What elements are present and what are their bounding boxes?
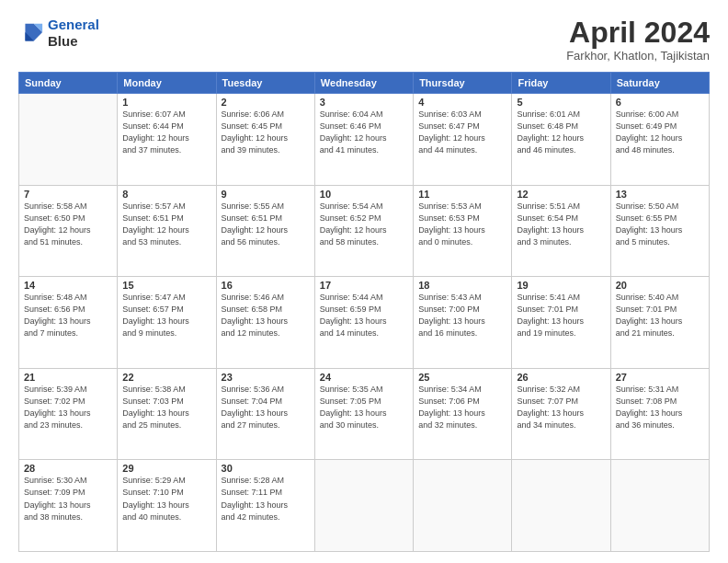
calendar-cell bbox=[314, 460, 413, 552]
day-number: 16 bbox=[222, 280, 310, 291]
calendar-cell: 28Sunrise: 5:30 AM Sunset: 7:09 PM Dayli… bbox=[19, 460, 118, 552]
day-info: Sunrise: 5:44 AM Sunset: 6:59 PM Dayligh… bbox=[320, 292, 408, 339]
calendar-cell: 19Sunrise: 5:41 AM Sunset: 7:01 PM Dayli… bbox=[512, 277, 610, 369]
calendar-cell: 29Sunrise: 5:29 AM Sunset: 7:10 PM Dayli… bbox=[118, 460, 216, 552]
day-number: 6 bbox=[616, 97, 704, 108]
week-row-1: 1Sunrise: 6:07 AM Sunset: 6:44 PM Daylig… bbox=[19, 94, 710, 186]
day-info: Sunrise: 6:07 AM Sunset: 6:44 PM Dayligh… bbox=[122, 109, 210, 156]
day-info: Sunrise: 5:31 AM Sunset: 7:08 PM Dayligh… bbox=[616, 384, 704, 431]
day-number: 7 bbox=[24, 189, 112, 200]
weekday-header-wednesday: Wednesday bbox=[314, 73, 413, 94]
logo-text: General Blue bbox=[48, 17, 99, 50]
title-block: April 2024 Farkhor, Khatlon, Tajikistan bbox=[566, 17, 710, 63]
month-title: April 2024 bbox=[566, 17, 710, 49]
day-info: Sunrise: 5:39 AM Sunset: 7:02 PM Dayligh… bbox=[24, 384, 112, 431]
calendar-table: SundayMondayTuesdayWednesdayThursdayFrid… bbox=[18, 72, 710, 552]
day-number: 1 bbox=[122, 97, 210, 108]
day-info: Sunrise: 5:51 AM Sunset: 6:54 PM Dayligh… bbox=[517, 201, 605, 248]
weekday-header-thursday: Thursday bbox=[414, 73, 512, 94]
calendar-cell: 10Sunrise: 5:54 AM Sunset: 6:52 PM Dayli… bbox=[314, 185, 413, 277]
calendar-cell: 9Sunrise: 5:55 AM Sunset: 6:51 PM Daylig… bbox=[216, 185, 314, 277]
calendar-cell: 25Sunrise: 5:34 AM Sunset: 7:06 PM Dayli… bbox=[414, 368, 512, 460]
logo-icon bbox=[18, 20, 44, 46]
day-number: 29 bbox=[122, 463, 210, 474]
day-number: 18 bbox=[418, 280, 506, 291]
day-info: Sunrise: 5:48 AM Sunset: 6:56 PM Dayligh… bbox=[24, 292, 112, 339]
week-row-4: 21Sunrise: 5:39 AM Sunset: 7:02 PM Dayli… bbox=[19, 368, 710, 460]
day-number: 8 bbox=[122, 189, 210, 200]
calendar-cell: 26Sunrise: 5:32 AM Sunset: 7:07 PM Dayli… bbox=[512, 368, 610, 460]
calendar-cell: 23Sunrise: 5:36 AM Sunset: 7:04 PM Dayli… bbox=[216, 368, 314, 460]
logo-line1: General bbox=[48, 17, 99, 32]
weekday-header-row: SundayMondayTuesdayWednesdayThursdayFrid… bbox=[19, 73, 710, 94]
day-number: 2 bbox=[222, 97, 310, 108]
day-number: 30 bbox=[222, 463, 310, 474]
calendar-cell: 6Sunrise: 6:00 AM Sunset: 6:49 PM Daylig… bbox=[610, 94, 709, 186]
calendar-cell: 2Sunrise: 6:06 AM Sunset: 6:45 PM Daylig… bbox=[216, 94, 314, 186]
calendar-cell: 22Sunrise: 5:38 AM Sunset: 7:03 PM Dayli… bbox=[118, 368, 216, 460]
week-row-3: 14Sunrise: 5:48 AM Sunset: 6:56 PM Dayli… bbox=[19, 277, 710, 369]
calendar-cell: 11Sunrise: 5:53 AM Sunset: 6:53 PM Dayli… bbox=[414, 185, 512, 277]
day-info: Sunrise: 5:43 AM Sunset: 7:00 PM Dayligh… bbox=[418, 292, 506, 339]
day-number: 13 bbox=[616, 189, 704, 200]
calendar-cell bbox=[610, 460, 709, 552]
weekday-header-tuesday: Tuesday bbox=[216, 73, 314, 94]
weekday-header-sunday: Sunday bbox=[19, 73, 118, 94]
calendar-cell bbox=[19, 94, 118, 186]
calendar-cell: 27Sunrise: 5:31 AM Sunset: 7:08 PM Dayli… bbox=[610, 368, 709, 460]
day-info: Sunrise: 6:01 AM Sunset: 6:48 PM Dayligh… bbox=[517, 109, 605, 156]
location-subtitle: Farkhor, Khatlon, Tajikistan bbox=[566, 49, 710, 63]
day-info: Sunrise: 5:32 AM Sunset: 7:07 PM Dayligh… bbox=[517, 384, 605, 431]
day-number: 15 bbox=[122, 280, 210, 291]
day-info: Sunrise: 5:29 AM Sunset: 7:10 PM Dayligh… bbox=[122, 475, 210, 523]
calendar-cell: 24Sunrise: 5:35 AM Sunset: 7:05 PM Dayli… bbox=[314, 368, 413, 460]
calendar-cell: 18Sunrise: 5:43 AM Sunset: 7:00 PM Dayli… bbox=[414, 277, 512, 369]
logo-line2: Blue bbox=[48, 33, 99, 50]
page: General Blue April 2024 Farkhor, Khatlon… bbox=[0, 0, 728, 563]
day-number: 11 bbox=[418, 189, 506, 200]
day-number: 5 bbox=[517, 97, 605, 108]
day-info: Sunrise: 5:36 AM Sunset: 7:04 PM Dayligh… bbox=[222, 384, 310, 431]
calendar-cell bbox=[414, 460, 512, 552]
header: General Blue April 2024 Farkhor, Khatlon… bbox=[18, 17, 710, 63]
day-number: 9 bbox=[222, 189, 310, 200]
calendar-cell: 30Sunrise: 5:28 AM Sunset: 7:11 PM Dayli… bbox=[216, 460, 314, 552]
weekday-header-saturday: Saturday bbox=[610, 73, 709, 94]
day-info: Sunrise: 5:58 AM Sunset: 6:50 PM Dayligh… bbox=[24, 201, 112, 248]
day-number: 20 bbox=[616, 280, 704, 291]
day-number: 27 bbox=[616, 372, 704, 383]
calendar-cell: 5Sunrise: 6:01 AM Sunset: 6:48 PM Daylig… bbox=[512, 94, 610, 186]
logo: General Blue bbox=[18, 17, 99, 50]
day-info: Sunrise: 6:06 AM Sunset: 6:45 PM Dayligh… bbox=[222, 109, 310, 156]
day-number: 10 bbox=[320, 189, 408, 200]
day-number: 23 bbox=[222, 372, 310, 383]
day-info: Sunrise: 5:55 AM Sunset: 6:51 PM Dayligh… bbox=[222, 201, 310, 248]
day-info: Sunrise: 5:30 AM Sunset: 7:09 PM Dayligh… bbox=[24, 475, 112, 523]
calendar-cell: 13Sunrise: 5:50 AM Sunset: 6:55 PM Dayli… bbox=[610, 185, 709, 277]
day-info: Sunrise: 6:04 AM Sunset: 6:46 PM Dayligh… bbox=[320, 109, 408, 156]
week-row-5: 28Sunrise: 5:30 AM Sunset: 7:09 PM Dayli… bbox=[19, 460, 710, 552]
calendar-cell: 3Sunrise: 6:04 AM Sunset: 6:46 PM Daylig… bbox=[314, 94, 413, 186]
calendar-cell: 21Sunrise: 5:39 AM Sunset: 7:02 PM Dayli… bbox=[19, 368, 118, 460]
day-info: Sunrise: 5:35 AM Sunset: 7:05 PM Dayligh… bbox=[320, 384, 408, 431]
day-info: Sunrise: 5:57 AM Sunset: 6:51 PM Dayligh… bbox=[122, 201, 210, 248]
day-number: 26 bbox=[517, 372, 605, 383]
calendar-cell bbox=[512, 460, 610, 552]
calendar-cell: 8Sunrise: 5:57 AM Sunset: 6:51 PM Daylig… bbox=[118, 185, 216, 277]
day-info: Sunrise: 5:53 AM Sunset: 6:53 PM Dayligh… bbox=[418, 201, 506, 248]
day-info: Sunrise: 6:00 AM Sunset: 6:49 PM Dayligh… bbox=[616, 109, 704, 156]
day-number: 24 bbox=[320, 372, 408, 383]
day-number: 22 bbox=[122, 372, 210, 383]
day-info: Sunrise: 5:54 AM Sunset: 6:52 PM Dayligh… bbox=[320, 201, 408, 248]
day-number: 17 bbox=[320, 280, 408, 291]
day-info: Sunrise: 5:50 AM Sunset: 6:55 PM Dayligh… bbox=[616, 201, 704, 248]
day-info: Sunrise: 5:38 AM Sunset: 7:03 PM Dayligh… bbox=[122, 384, 210, 431]
weekday-header-monday: Monday bbox=[118, 73, 216, 94]
day-number: 3 bbox=[320, 97, 408, 108]
day-number: 28 bbox=[24, 463, 112, 474]
calendar-cell: 20Sunrise: 5:40 AM Sunset: 7:01 PM Dayli… bbox=[610, 277, 709, 369]
week-row-2: 7Sunrise: 5:58 AM Sunset: 6:50 PM Daylig… bbox=[19, 185, 710, 277]
calendar-cell: 12Sunrise: 5:51 AM Sunset: 6:54 PM Dayli… bbox=[512, 185, 610, 277]
calendar-cell: 7Sunrise: 5:58 AM Sunset: 6:50 PM Daylig… bbox=[19, 185, 118, 277]
day-number: 12 bbox=[517, 189, 605, 200]
